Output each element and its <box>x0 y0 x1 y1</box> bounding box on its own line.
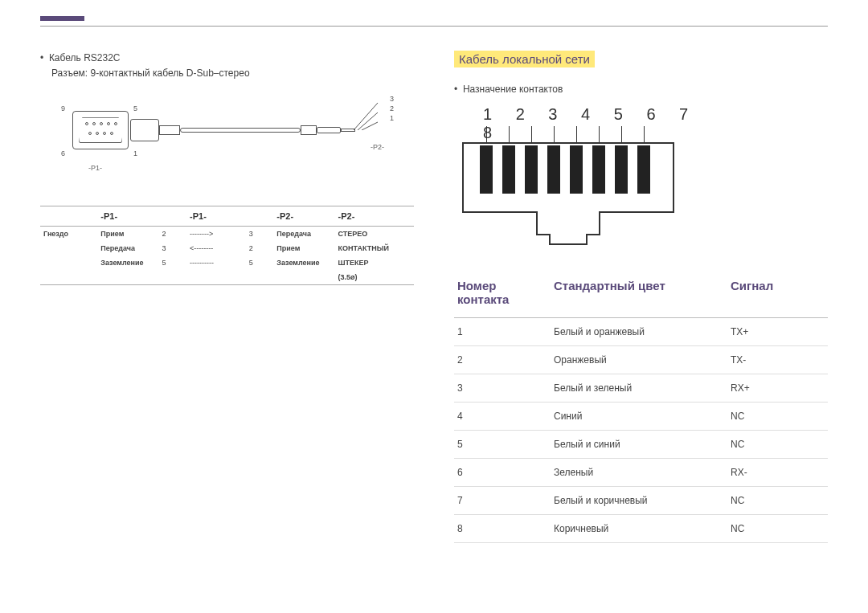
lan-r5-pin: 6 <box>454 459 551 487</box>
lan-r4-signal: NC <box>727 431 828 459</box>
lan-r2-color: Белый и зеленый <box>551 374 727 403</box>
cable-wire-icon <box>180 128 301 133</box>
lan-r4-pin: 5 <box>454 431 551 459</box>
rs232-r1-p2name: Прием <box>273 241 334 255</box>
lan-pinout-table: Номер контакта Стандартный цвет Сигнал 1… <box>454 274 828 543</box>
rs232-r2-stereo: ШТЕКЕР <box>335 255 414 270</box>
rj45-diagram: 1 2 3 4 5 6 7 8 <box>454 105 711 250</box>
table-row: Заземление 5 ---------- 5 Заземление ШТЕ… <box>40 255 414 270</box>
db9-pin-9: 9 <box>61 104 65 112</box>
table-row: (3.5ø) <box>40 270 414 285</box>
cable-sleeve2-icon <box>301 125 317 135</box>
rs232-th-p1b: -P1- <box>186 206 246 227</box>
rs232-r1-stereo: КОНТАКТНЫЙ <box>335 241 414 255</box>
table-row: 1 Белый и оранжевый TX+ <box>454 318 828 346</box>
stereo-pin-lines-icon <box>354 98 394 130</box>
rs232-r0-stereo: СТЕРЕО <box>335 227 414 242</box>
lan-r0-color: Белый и оранжевый <box>551 318 727 346</box>
lan-r5-color: Зеленый <box>551 459 727 487</box>
lan-th-pin: Номер контакта <box>454 274 551 318</box>
table-row: 6 Зеленый RX- <box>454 459 828 487</box>
rs232-r2-arrow: ---------- <box>186 255 246 270</box>
rs232-th-p1a: -P1- <box>97 206 158 227</box>
header-rule <box>40 26 828 27</box>
lan-r4-color: Белый и синий <box>551 431 727 459</box>
rs232-r0-p2name: Передача <box>273 227 334 242</box>
rj45-pins-icon <box>480 145 650 194</box>
rs232-r2-p1pin: 5 <box>159 255 186 270</box>
rs232-th-p2a: -P2- <box>273 206 334 227</box>
rs232-th-p2b: -P2- <box>335 206 414 227</box>
lan-r6-signal: NC <box>727 487 828 515</box>
content-columns: • Кабель RS232C Разъем: 9-контактный каб… <box>40 51 828 543</box>
lan-r0-pin: 1 <box>454 318 551 346</box>
table-row: 8 Коричневый NC <box>454 515 828 543</box>
lan-r7-signal: NC <box>727 515 828 543</box>
lan-r6-pin: 7 <box>454 487 551 515</box>
table-row: 2 Оранжевый TX- <box>454 346 828 374</box>
table-row: 7 Белый и коричневый NC <box>454 487 828 515</box>
lan-r3-color: Синий <box>551 403 727 431</box>
lan-r2-pin: 3 <box>454 374 551 403</box>
rs232-r0-p1pin: 2 <box>159 227 186 242</box>
stereo-pin-3: 3 <box>390 95 394 103</box>
db9-connector-icon <box>72 111 129 149</box>
rs232-r1-arrow: <-------- <box>186 241 246 255</box>
cable-sleeve-icon <box>159 125 180 135</box>
header-accent <box>40 16 84 21</box>
rs232-r2-p2pin: 5 <box>246 255 273 270</box>
rj45-lead-lines-icon <box>486 126 645 144</box>
p2-under-label: -P2- <box>371 143 384 151</box>
table-row: Передача 3 <-------- 2 Прием КОНТАКТНЫЙ <box>40 241 414 255</box>
rs232-diagram: 9 5 6 1 3 2 <box>40 87 394 191</box>
left-column: • Кабель RS232C Разъем: 9-контактный каб… <box>40 51 414 543</box>
db9-pin-1: 1 <box>133 149 137 157</box>
lan-assignment-label: • Назначение контактов <box>454 82 828 97</box>
rs232-r1-p1pin: 3 <box>159 241 186 255</box>
rs232-r2-p2name: Заземление <box>273 255 334 270</box>
table-row: 4 Синий NC <box>454 403 828 431</box>
rs232-r1-p1name: Передача <box>97 241 158 255</box>
right-column: Кабель локальной сети • Назначение конта… <box>454 51 828 543</box>
lan-r7-pin: 8 <box>454 515 551 543</box>
lan-assignment-text: Назначение контактов <box>463 84 563 95</box>
rs232-r2-p1name: Заземление <box>97 255 158 270</box>
jack-body-icon <box>317 127 341 133</box>
lan-r3-pin: 4 <box>454 403 551 431</box>
rs232-r0-arrow: --------> <box>186 227 246 242</box>
stereo-pin-2: 2 <box>390 104 394 112</box>
lan-r3-signal: NC <box>727 403 828 431</box>
rs232-gnezdo: Гнездо <box>40 227 97 242</box>
table-row: 5 Белый и синий NC <box>454 431 828 459</box>
rs232-r0-p1name: Прием <box>97 227 158 242</box>
table-row: Гнездо Прием 2 --------> 3 Передача СТЕР… <box>40 227 414 242</box>
lan-th-signal: Сигнал <box>727 274 828 318</box>
lan-r0-signal: TX+ <box>727 318 828 346</box>
lan-th-color: Стандартный цвет <box>551 274 727 318</box>
cable-strain-relief-icon <box>130 119 159 141</box>
rs232-pinout-table: -P1- -P1- -P2- -P2- Гнездо Прием 2 -----… <box>40 206 414 285</box>
lan-r1-signal: TX- <box>727 346 828 374</box>
rs232-r1-p2pin: 2 <box>246 241 273 255</box>
lan-section-title: Кабель локальной сети <box>454 51 595 67</box>
lan-r7-color: Коричневый <box>551 515 727 543</box>
db9-pin-6: 6 <box>61 149 65 157</box>
rs232-r0-p2pin: 3 <box>246 227 273 242</box>
lan-r1-color: Оранжевый <box>551 346 727 374</box>
table-row: 3 Белый и зеленый RX+ <box>454 374 828 403</box>
svg-line-0 <box>354 103 378 130</box>
lan-r2-signal: RX+ <box>727 374 828 403</box>
rs232-cable-label: • Кабель RS232C <box>40 51 414 66</box>
rs232-cable-text: Кабель RS232C <box>49 52 121 63</box>
svg-line-2 <box>362 122 378 130</box>
rs232-r3-stereo: (3.5ø) <box>335 270 414 285</box>
p1-under-label: -P1- <box>88 164 102 172</box>
lan-r5-signal: RX- <box>727 459 828 487</box>
lan-r1-pin: 2 <box>454 346 551 374</box>
db9-pin-5: 5 <box>133 104 137 112</box>
rs232-connector-label: Разъем: 9-контактный кабель D-Sub–стерео <box>51 67 414 79</box>
stereo-pin-1: 1 <box>390 114 394 122</box>
lan-r6-color: Белый и коричневый <box>551 487 727 515</box>
